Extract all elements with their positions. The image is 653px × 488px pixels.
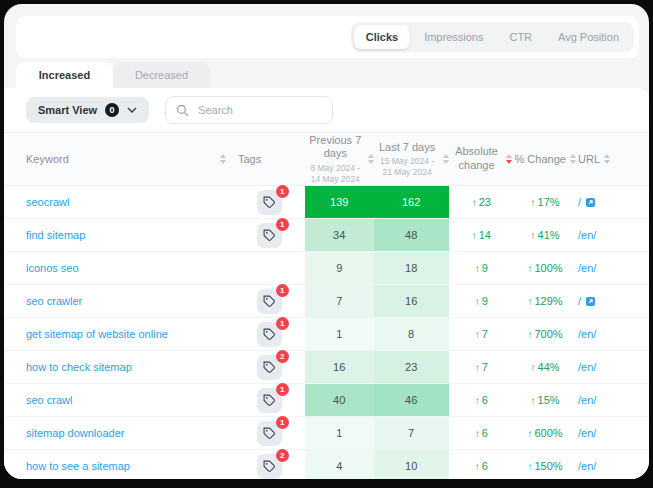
tags-cell: 1 — [234, 219, 305, 251]
url-cell: / — [576, 186, 649, 218]
absolute-change-value: 6 — [482, 460, 488, 472]
metric-tab-impressions[interactable]: Impressions — [412, 25, 495, 49]
previous-7-days-label: Previous 7 days — [305, 134, 365, 162]
tag-button[interactable]: 1 — [257, 322, 282, 347]
column-header-absolute-change[interactable]: Absolute change — [449, 145, 514, 173]
tag-button[interactable]: 1 — [257, 388, 282, 413]
sort-icon-keyword[interactable] — [220, 154, 226, 164]
url-link[interactable]: /en/ — [578, 394, 596, 406]
up-arrow-icon: ↑ — [472, 230, 477, 241]
previous-7-days-value-cell: 4 — [305, 450, 374, 479]
sort-icon-url[interactable] — [604, 154, 610, 164]
metric-segmented-control: Clicks Impressions CTR Avg Position — [351, 22, 634, 52]
pct-change-value: 41% — [538, 229, 560, 241]
last-7-days-value-cell: 48 — [374, 219, 449, 251]
absolute-change-cell: ↑23 — [449, 186, 515, 218]
previous-7-days-value-cell: 7 — [305, 285, 374, 317]
url-link[interactable]: /en/ — [578, 229, 596, 241]
absolute-change-value: 7 — [482, 328, 488, 340]
tag-button[interactable]: 1 — [257, 421, 282, 446]
tag-count-badge: 1 — [276, 284, 289, 297]
url-cell: /en/ — [576, 351, 649, 383]
keyword-link[interactable]: seocrawl — [26, 196, 69, 208]
tags-cell: 1 — [234, 384, 305, 416]
search-icon — [176, 104, 189, 117]
up-arrow-icon: ↑ — [531, 362, 536, 373]
pct-change-cell: ↑150% — [514, 450, 576, 479]
last-7-days-label: Last 7 days — [379, 141, 435, 155]
column-header-tags: Tags — [234, 153, 305, 165]
keyword-cell: seo crawler — [4, 285, 234, 317]
external-link-icon[interactable] — [585, 197, 596, 208]
pct-change-value: 129% — [534, 295, 562, 307]
smart-view-dropdown[interactable]: Smart View 0 — [26, 97, 149, 123]
absolute-change-cell: ↑6 — [449, 450, 515, 479]
keyword-link[interactable]: seo crawler — [26, 295, 82, 307]
pct-change-cell: ↑700% — [514, 318, 576, 350]
pct-change-cell: ↑17% — [514, 186, 576, 218]
last-7-days-value-cell: 8 — [374, 318, 449, 350]
column-header-last-7-days[interactable]: Last 7 days 15 May 2024 - 21 May 2024 — [374, 141, 449, 178]
url-link[interactable]: /en/ — [578, 460, 596, 472]
tag-icon — [263, 427, 276, 440]
keyword-cell: how to check sitemap — [4, 351, 234, 383]
metric-tab-ctr[interactable]: CTR — [497, 25, 544, 49]
url-link[interactable]: / — [578, 196, 581, 208]
column-header-url[interactable]: URL — [576, 153, 649, 165]
last-7-days-value-cell: 18 — [374, 252, 449, 284]
url-cell: /en/ — [576, 219, 649, 251]
table-row: find sitemap 1 34 48 ↑14 ↑41% /en/ — [4, 219, 649, 252]
tab-decreased[interactable]: Decreased — [113, 62, 210, 88]
column-header-pct-change[interactable]: % Change — [514, 153, 576, 165]
tab-panel: Smart View 0 Keyword Tags — [4, 88, 649, 479]
tag-button[interactable]: 2 — [257, 355, 282, 380]
up-arrow-icon: ↑ — [527, 428, 532, 439]
table-row: seocrawl 1 139 162 ↑23 ↑17% / — [4, 186, 649, 219]
table-row: sitemap downloader 1 1 7 ↑6 ↑600% /en/ — [4, 417, 649, 450]
url-link[interactable]: /en/ — [578, 328, 596, 340]
keyword-link[interactable]: seo crawl — [26, 394, 72, 406]
url-link[interactable]: /en/ — [578, 361, 596, 373]
sort-icon-absolute-change[interactable] — [506, 154, 512, 164]
keyword-link[interactable]: find sitemap — [26, 229, 85, 241]
url-link[interactable]: /en/ — [578, 262, 596, 274]
absolute-change-value: 14 — [479, 229, 491, 241]
keyword-link[interactable]: how to see a sitemap — [26, 460, 130, 472]
column-header-previous-7-days[interactable]: Previous 7 days 8 May 2024 - 14 May 2024 — [305, 134, 374, 185]
smart-view-count-badge: 0 — [105, 103, 119, 117]
metric-tab-avg-position[interactable]: Avg Position — [546, 25, 631, 49]
up-arrow-icon: ↑ — [475, 296, 480, 307]
url-cell: /en/ — [576, 384, 649, 416]
url-link[interactable]: / — [578, 295, 581, 307]
external-link-icon[interactable] — [585, 296, 596, 307]
search-box[interactable] — [165, 96, 333, 124]
absolute-change-cell: ↑14 — [449, 219, 515, 251]
previous-7-days-value-cell: 1 — [305, 318, 374, 350]
keyword-link[interactable]: iconos seo — [26, 262, 79, 274]
pct-change-value: 15% — [538, 394, 560, 406]
keyword-cell: seocrawl — [4, 186, 234, 218]
tag-button[interactable]: 2 — [257, 454, 282, 479]
up-arrow-icon: ↑ — [472, 197, 477, 208]
tag-button[interactable]: 1 — [257, 190, 282, 215]
previous-7-days-range: 8 May 2024 - 14 May 2024 — [305, 163, 365, 184]
keyword-link[interactable]: sitemap downloader — [26, 427, 124, 439]
metric-tab-clicks[interactable]: Clicks — [354, 25, 410, 49]
column-header-keyword[interactable]: Keyword — [4, 153, 234, 165]
up-arrow-icon: ↑ — [475, 395, 480, 406]
pct-change-cell: ↑600% — [514, 417, 576, 449]
previous-7-days-value-cell: 40 — [305, 384, 374, 416]
tag-count-badge: 2 — [276, 350, 289, 363]
keyword-link[interactable]: how to check sitemap — [26, 361, 132, 373]
url-cell: /en/ — [576, 252, 649, 284]
search-input[interactable] — [196, 103, 322, 117]
up-arrow-icon: ↑ — [527, 263, 532, 274]
keyword-link[interactable]: get sitemap of website online — [26, 328, 168, 340]
tab-increased[interactable]: Increased — [16, 62, 113, 88]
url-link[interactable]: /en/ — [578, 427, 596, 439]
tags-cell — [234, 252, 305, 284]
trend-tabs: Increased Decreased — [16, 62, 210, 88]
tag-button[interactable]: 1 — [257, 223, 282, 248]
sort-icon-pct-change[interactable] — [570, 154, 576, 164]
tag-button[interactable]: 1 — [257, 289, 282, 314]
